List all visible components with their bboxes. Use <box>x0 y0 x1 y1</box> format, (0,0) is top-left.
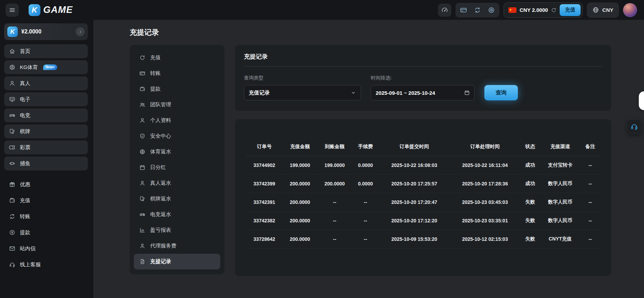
fish-icon <box>9 160 15 167</box>
side-panel-tab[interactable] <box>639 91 644 110</box>
table-cell: 2025-10-20 17:28:36 <box>450 175 520 193</box>
submenu-item-label: 棋牌返水 <box>150 196 171 202</box>
column-header: 充值渠道 <box>540 139 581 156</box>
date-range-field: 时间筛选: 2025-09-01 ~ 2025-10-24 <box>371 75 475 100</box>
table-cell: 2025-10-23 03:35:01 <box>450 212 520 230</box>
submenu-item-0[interactable]: 充值 <box>134 50 220 66</box>
refresh-balance-icon[interactable] <box>551 7 557 13</box>
table-cell: 数字人民币 <box>540 212 581 230</box>
sidebar-item-1[interactable]: KG体育New+ <box>4 60 88 74</box>
submenu-item-13[interactable]: 充提记录 <box>134 254 220 269</box>
table-cell: 成功 <box>520 156 540 175</box>
sidebar-item-secondary-5[interactable]: 线上客服 <box>4 258 88 272</box>
sidebar-item-4[interactable]: 电竞 <box>4 108 88 122</box>
sidebar-item-secondary-2[interactable]: 转账 <box>4 209 88 223</box>
sidebar-item-label: 充值 <box>20 197 30 204</box>
sidebar-item-7[interactable]: 捕鱼 <box>4 156 88 170</box>
table-cell: 200.0000 <box>283 193 317 212</box>
submenu-item-12[interactable]: 代理服务费 <box>134 238 220 254</box>
table-cell: 33728642 <box>246 230 283 249</box>
currency-selector[interactable]: CNY <box>587 2 619 18</box>
filter-row: 查询类型 充值记录 时间筛选: 2025-09-01 ~ 2025-10-24 <box>244 75 602 100</box>
table-cell: 2025-10-09 15:53:20 <box>379 230 450 249</box>
sidebar-item-label: 站内信 <box>20 245 36 252</box>
table-cell: 失败 <box>520 230 540 249</box>
submenu-item-6[interactable]: 体育返水 <box>134 144 220 160</box>
submenu-item-8[interactable]: 真人返水 <box>134 175 220 191</box>
submenu-item-10[interactable]: 电竞返水 <box>134 207 220 222</box>
submenu-item-4[interactable]: 个人资料 <box>134 113 220 128</box>
record-type-select[interactable]: 充值记录 <box>244 85 361 100</box>
submenu-item-5[interactable]: 安全中心 <box>134 128 220 144</box>
table-cell: -- <box>580 156 600 175</box>
exchange-button[interactable] <box>472 4 483 16</box>
table-cell: 0.0000 <box>352 175 379 193</box>
table-header-row: 订单号充值金额到账金额手续费订单提交时间订单处理时间状态充值渠道备注 <box>246 139 600 156</box>
dealer-icon <box>9 80 15 86</box>
sidebar-item-secondary-0[interactable]: 优惠 <box>4 177 88 191</box>
balance-expand-button[interactable] <box>76 27 85 36</box>
bank-card-icon <box>139 70 145 76</box>
date-range-input[interactable]: 2025-09-01 ~ 2025-10-24 <box>371 85 475 100</box>
speedometer-button[interactable] <box>438 3 451 17</box>
hamburger-menu-button[interactable] <box>6 3 19 17</box>
submenu-item-label: 充提记录 <box>150 258 171 265</box>
logo-k-icon: K <box>29 4 40 16</box>
query-button[interactable]: 查询 <box>484 85 518 100</box>
submenu-item-label: 团队管理 <box>150 101 171 108</box>
user-icon <box>139 117 145 123</box>
table-cell: 2025-10-20 17:12:20 <box>379 212 450 230</box>
main-layout: K ¥2.0000 首页KG体育New+真人电子电竞棋牌彩票捕鱼 优惠充值转账提… <box>0 20 644 298</box>
page-title: 充提记录 <box>130 28 611 37</box>
sidebar-item-6[interactable]: 彩票 <box>4 140 88 154</box>
submenu-item-label: 真人返水 <box>150 180 171 186</box>
table-cell: 失败 <box>520 212 540 230</box>
quick-actions-group <box>455 3 499 17</box>
sidebar-item-secondary-1[interactable]: 充值 <box>4 193 88 207</box>
sidebar-item-label: 棋牌 <box>20 128 30 135</box>
account-submenu: 充值转账提款团队管理个人资料安全中心体育返水日分红真人返水棋牌返水电竞返水盈亏报… <box>130 45 224 274</box>
headset-icon <box>630 123 638 130</box>
deposit-button[interactable]: 充值 <box>560 4 581 16</box>
menu-icon <box>9 7 16 14</box>
table-cell: -- <box>352 230 379 249</box>
chart-icon <box>139 227 145 233</box>
table-cell: 33742399 <box>246 175 283 193</box>
sidebar-item-3[interactable]: 电子 <box>4 92 88 106</box>
exchange-icon <box>9 213 15 220</box>
submenu-item-2[interactable]: 提款 <box>134 81 220 97</box>
table-cell: 33742391 <box>246 193 283 212</box>
submenu-item-3[interactable]: 团队管理 <box>134 97 220 113</box>
submenu-item-label: 日分红 <box>150 164 166 171</box>
submenu-item-label: 转账 <box>150 70 161 77</box>
team-icon <box>139 102 145 108</box>
submenu-item-1[interactable]: 转账 <box>134 66 220 81</box>
agent-icon <box>139 243 145 249</box>
dealer-icon <box>139 180 145 186</box>
sidebar-item-2[interactable]: 真人 <box>4 76 88 90</box>
gamepad-icon <box>9 112 15 119</box>
sidebar-item-0[interactable]: 首页 <box>4 44 88 58</box>
table-body: 33744902199.0000199.00000.00002025-10-22… <box>246 156 600 249</box>
submenu-item-7[interactable]: 日分红 <box>134 160 220 175</box>
table-cell: -- <box>352 212 379 230</box>
sidebar-item-5[interactable]: 棋牌 <box>4 124 88 138</box>
date-range-value: 2025-09-01 ~ 2025-10-24 <box>376 90 435 96</box>
sidebar-item-secondary-4[interactable]: 站内信 <box>4 242 88 255</box>
cards-icon <box>139 196 145 202</box>
submenu-item-label: 体育返水 <box>150 148 171 155</box>
support-fab[interactable] <box>627 119 642 134</box>
sidebar: K ¥2.0000 首页KG体育New+真人电子电竞棋牌彩票捕鱼 优惠充值转账提… <box>0 20 93 298</box>
wallet-summary[interactable]: ★ CNY 2.0000 充值 <box>504 2 583 18</box>
submenu-item-11[interactable]: 盈亏报表 <box>134 222 220 238</box>
sidebar-item-secondary-3[interactable]: 提款 <box>4 226 88 239</box>
table-row: 33742382200.0000----2025-10-20 17:12:202… <box>246 212 600 230</box>
submenu-item-9[interactable]: 棋牌返水 <box>134 191 220 207</box>
bank-card-button[interactable] <box>458 4 469 16</box>
gift-icon <box>9 181 15 188</box>
target-button[interactable] <box>485 4 497 16</box>
submenu-item-label: 提款 <box>150 86 161 92</box>
brand-logo[interactable]: K GAME <box>29 4 73 16</box>
avatar[interactable] <box>623 3 637 17</box>
sidebar-balance-card[interactable]: K ¥2.0000 <box>4 23 88 40</box>
